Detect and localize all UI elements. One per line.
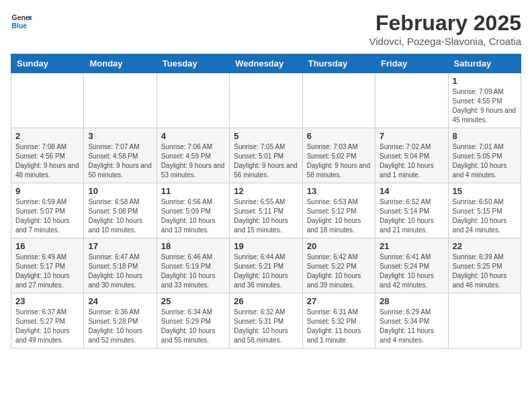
cell-day-number: 9 — [15, 186, 79, 196]
calendar-cell — [230, 73, 302, 128]
cell-info: Sunrise: 6:46 AM Sunset: 5:19 PM Dayligh… — [161, 253, 225, 290]
cell-info: Sunrise: 6:41 AM Sunset: 5:24 PM Dayligh… — [380, 253, 443, 290]
header-day-friday: Friday — [375, 54, 448, 73]
calendar-cell: 15Sunrise: 6:50 AM Sunset: 5:15 PM Dayli… — [448, 183, 521, 238]
calendar-cell: 3Sunrise: 7:07 AM Sunset: 4:58 PM Daylig… — [84, 128, 157, 183]
cell-day-number: 27 — [307, 296, 371, 306]
cell-info: Sunrise: 7:03 AM Sunset: 5:02 PM Dayligh… — [307, 142, 371, 180]
calendar-cell: 9Sunrise: 6:59 AM Sunset: 5:07 PM Daylig… — [11, 183, 84, 238]
cell-info: Sunrise: 6:47 AM Sunset: 5:18 PM Dayligh… — [88, 253, 152, 290]
calendar-cell: 12Sunrise: 6:55 AM Sunset: 5:11 PM Dayli… — [230, 183, 302, 238]
cell-day-number: 25 — [161, 296, 225, 306]
calendar-cell: 23Sunrise: 6:37 AM Sunset: 5:27 PM Dayli… — [11, 293, 84, 349]
cell-info: Sunrise: 7:07 AM Sunset: 4:58 PM Dayligh… — [88, 142, 152, 180]
calendar-week-row: 2Sunrise: 7:08 AM Sunset: 4:56 PM Daylig… — [11, 128, 521, 183]
calendar-cell: 22Sunrise: 6:39 AM Sunset: 5:25 PM Dayli… — [448, 238, 521, 293]
calendar-cell: 4Sunrise: 7:06 AM Sunset: 4:59 PM Daylig… — [157, 128, 229, 183]
cell-info: Sunrise: 6:50 AM Sunset: 5:15 PM Dayligh… — [453, 197, 517, 235]
cell-day-number: 8 — [453, 131, 517, 141]
cell-day-number: 24 — [88, 296, 152, 306]
cell-day-number: 5 — [234, 131, 298, 141]
calendar-cell: 19Sunrise: 6:44 AM Sunset: 5:21 PM Dayli… — [230, 238, 302, 293]
calendar-cell: 2Sunrise: 7:08 AM Sunset: 4:56 PM Daylig… — [11, 128, 84, 183]
calendar-cell: 21Sunrise: 6:41 AM Sunset: 5:24 PM Dayli… — [375, 238, 448, 293]
calendar-cell — [302, 73, 375, 128]
cell-info: Sunrise: 6:34 AM Sunset: 5:29 PM Dayligh… — [161, 308, 225, 345]
cell-day-number: 13 — [307, 186, 371, 196]
calendar-cell: 20Sunrise: 6:42 AM Sunset: 5:22 PM Dayli… — [302, 238, 375, 293]
cell-info: Sunrise: 6:52 AM Sunset: 5:14 PM Dayligh… — [380, 197, 443, 235]
cell-day-number: 21 — [380, 241, 443, 251]
calendar-cell — [375, 73, 448, 128]
cell-info: Sunrise: 7:08 AM Sunset: 4:56 PM Dayligh… — [15, 142, 79, 180]
calendar-cell: 8Sunrise: 7:01 AM Sunset: 5:05 PM Daylig… — [448, 128, 521, 183]
cell-day-number: 28 — [380, 296, 443, 306]
cell-info: Sunrise: 7:05 AM Sunset: 5:01 PM Dayligh… — [234, 142, 298, 180]
calendar-cell: 16Sunrise: 6:49 AM Sunset: 5:17 PM Dayli… — [11, 238, 84, 293]
cell-day-number: 17 — [88, 241, 152, 251]
title-section: February 2025 Vidovci, Pozega-Slavonia, … — [369, 11, 521, 47]
cell-day-number: 26 — [234, 296, 298, 306]
cell-info: Sunrise: 6:59 AM Sunset: 5:07 PM Dayligh… — [15, 197, 79, 235]
cell-day-number: 16 — [15, 241, 79, 251]
cell-info: Sunrise: 6:36 AM Sunset: 5:28 PM Dayligh… — [88, 308, 152, 345]
cell-info: Sunrise: 7:01 AM Sunset: 5:05 PM Dayligh… — [453, 142, 517, 180]
cell-info: Sunrise: 6:55 AM Sunset: 5:11 PM Dayligh… — [234, 197, 298, 235]
calendar-cell: 27Sunrise: 6:31 AM Sunset: 5:32 PM Dayli… — [302, 293, 375, 349]
cell-day-number: 20 — [307, 241, 371, 251]
cell-day-number: 7 — [380, 131, 443, 141]
cell-info: Sunrise: 6:39 AM Sunset: 5:25 PM Dayligh… — [453, 253, 517, 290]
cell-info: Sunrise: 6:58 AM Sunset: 5:08 PM Dayligh… — [88, 197, 152, 235]
calendar-header-row: SundayMondayTuesdayWednesdayThursdayFrid… — [11, 54, 521, 73]
header-day-saturday: Saturday — [448, 54, 521, 73]
cell-day-number: 12 — [234, 186, 298, 196]
cell-info: Sunrise: 6:31 AM Sunset: 5:32 PM Dayligh… — [307, 308, 371, 345]
calendar-cell: 1Sunrise: 7:09 AM Sunset: 4:55 PM Daylig… — [448, 73, 521, 128]
cell-info: Sunrise: 6:49 AM Sunset: 5:17 PM Dayligh… — [15, 253, 79, 290]
calendar-cell: 7Sunrise: 7:02 AM Sunset: 5:04 PM Daylig… — [375, 128, 448, 183]
header: General Blue February 2025 Vidovci, Poze… — [11, 11, 521, 47]
cell-day-number: 3 — [88, 131, 152, 141]
calendar-week-row: 1Sunrise: 7:09 AM Sunset: 4:55 PM Daylig… — [11, 73, 521, 128]
calendar-cell: 11Sunrise: 6:56 AM Sunset: 5:09 PM Dayli… — [157, 183, 229, 238]
calendar-cell: 24Sunrise: 6:36 AM Sunset: 5:28 PM Dayli… — [84, 293, 157, 349]
cell-day-number: 15 — [453, 186, 517, 196]
cell-day-number: 2 — [15, 131, 79, 141]
calendar-cell: 18Sunrise: 6:46 AM Sunset: 5:19 PM Dayli… — [157, 238, 229, 293]
calendar-cell: 6Sunrise: 7:03 AM Sunset: 5:02 PM Daylig… — [302, 128, 375, 183]
main-title: February 2025 — [369, 11, 521, 36]
cell-day-number: 10 — [88, 186, 152, 196]
cell-day-number: 4 — [161, 131, 225, 141]
cell-info: Sunrise: 6:44 AM Sunset: 5:21 PM Dayligh… — [234, 253, 298, 290]
calendar-cell — [84, 73, 157, 128]
calendar-cell: 17Sunrise: 6:47 AM Sunset: 5:18 PM Dayli… — [84, 238, 157, 293]
calendar-cell — [448, 293, 521, 349]
logo: General Blue — [11, 11, 32, 32]
svg-text:Blue: Blue — [12, 22, 28, 30]
calendar-cell: 10Sunrise: 6:58 AM Sunset: 5:08 PM Dayli… — [84, 183, 157, 238]
calendar-cell: 26Sunrise: 6:32 AM Sunset: 5:31 PM Dayli… — [230, 293, 302, 349]
cell-info: Sunrise: 6:37 AM Sunset: 5:27 PM Dayligh… — [15, 308, 79, 345]
cell-info: Sunrise: 6:56 AM Sunset: 5:09 PM Dayligh… — [161, 197, 225, 235]
calendar-week-row: 16Sunrise: 6:49 AM Sunset: 5:17 PM Dayli… — [11, 238, 521, 293]
calendar-week-row: 9Sunrise: 6:59 AM Sunset: 5:07 PM Daylig… — [11, 183, 521, 238]
cell-day-number: 22 — [453, 241, 517, 251]
cell-day-number: 11 — [161, 186, 225, 196]
cell-info: Sunrise: 7:02 AM Sunset: 5:04 PM Dayligh… — [380, 142, 443, 180]
header-day-monday: Monday — [84, 54, 157, 73]
cell-day-number: 19 — [234, 241, 298, 251]
header-day-sunday: Sunday — [11, 54, 84, 73]
header-day-tuesday: Tuesday — [157, 54, 229, 73]
cell-day-number: 18 — [161, 241, 225, 251]
calendar-cell — [157, 73, 229, 128]
calendar-cell: 13Sunrise: 6:53 AM Sunset: 5:12 PM Dayli… — [302, 183, 375, 238]
calendar-cell: 28Sunrise: 6:29 AM Sunset: 5:34 PM Dayli… — [375, 293, 448, 349]
cell-info: Sunrise: 6:53 AM Sunset: 5:12 PM Dayligh… — [307, 197, 371, 235]
cell-info: Sunrise: 6:32 AM Sunset: 5:31 PM Dayligh… — [234, 308, 298, 345]
cell-day-number: 14 — [380, 186, 443, 196]
header-day-thursday: Thursday — [302, 54, 375, 73]
calendar-table: SundayMondayTuesdayWednesdayThursdayFrid… — [11, 54, 521, 349]
cell-day-number: 23 — [15, 296, 79, 306]
cell-info: Sunrise: 7:06 AM Sunset: 4:59 PM Dayligh… — [161, 142, 225, 180]
calendar-cell: 5Sunrise: 7:05 AM Sunset: 5:01 PM Daylig… — [230, 128, 302, 183]
